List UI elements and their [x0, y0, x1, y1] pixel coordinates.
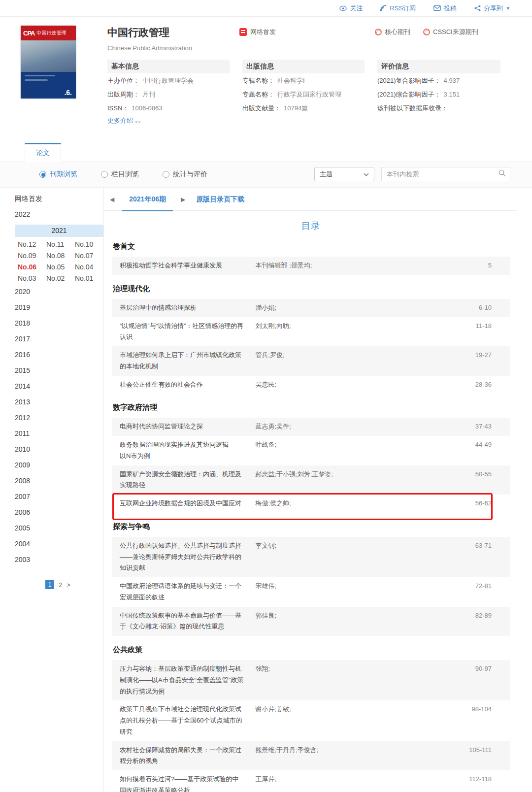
- article-authors[interactable]: 张翔;: [256, 663, 368, 675]
- prev-issue-icon[interactable]: ◀: [110, 196, 114, 209]
- article-authors[interactable]: 潘小娟;: [256, 302, 368, 314]
- article-row-highlighted[interactable]: 互联网企业跨境数据合规的困境及中国应对梅傲;侯之帅;56-62: [112, 495, 510, 513]
- article-title[interactable]: 电商时代的协同监管理论之探: [120, 421, 256, 432]
- sidebar-year-2014[interactable]: 2014: [15, 378, 103, 394]
- sidebar-year-2005[interactable]: 2005: [15, 520, 103, 536]
- article-row[interactable]: 积极推动哲学社会科学事业健康发展本刊编辑部 ;邵景均;5: [112, 257, 510, 275]
- article-authors[interactable]: 郭佳良;: [256, 610, 368, 622]
- sidebar-issue-no01[interactable]: No.01: [75, 273, 103, 284]
- article-title[interactable]: 国家矿产资源安全循数治理：内涵、机理及实现路径: [120, 469, 256, 492]
- share-link[interactable]: 分享到 ▼: [474, 4, 510, 13]
- article-authors[interactable]: 刘太刚;向昉;: [256, 321, 368, 332]
- article-authors[interactable]: 熊景维;于丹丹;季俊含;: [256, 745, 368, 756]
- article-title[interactable]: 压力与容纳：基层政策变通的制度韧性与机制演化——以A市食品安全“全覆盖监管”政策…: [120, 663, 256, 697]
- sidebar-issue-no08[interactable]: No.08: [46, 250, 75, 261]
- sidebar-web-first[interactable]: 网络首发: [15, 191, 103, 206]
- article-row[interactable]: 市域治理如何承上启下：广州市城镇化政策的本地化机制管兵;罗俊;19-27: [112, 346, 510, 376]
- search-input[interactable]: [387, 170, 499, 178]
- sidebar-issue-no12[interactable]: No.12: [18, 239, 46, 250]
- article-row[interactable]: 农村社会保障减贫的局部失灵：一个政策过程分析的视角熊景维;于丹丹;季俊含;105…: [112, 741, 510, 771]
- article-title[interactable]: 互联网企业跨境数据合规的困境及中国应对: [120, 498, 256, 509]
- sidebar-issue-no09[interactable]: No.09: [18, 250, 46, 261]
- article-authors[interactable]: 吴忠民;: [256, 379, 368, 391]
- article-authors[interactable]: 谢小芹;姜敏;: [256, 704, 368, 715]
- follow-link[interactable]: 关注: [339, 4, 363, 13]
- rss-link[interactable]: RSS订阅: [380, 4, 416, 13]
- article-row[interactable]: 政策工具视角下市域社会治理现代化政策试点的扎根分析——基于全国60个试点城市的研…: [112, 700, 510, 741]
- page-1-button[interactable]: 1: [45, 580, 54, 589]
- article-row[interactable]: 压力与容纳：基层政策变通的制度韧性与机制演化——以A市食品安全“全覆盖监管”政策…: [112, 660, 510, 700]
- sidebar-year-2022[interactable]: 2022: [15, 206, 103, 222]
- article-title[interactable]: 市域治理如何承上启下：广州市城镇化政策的本地化机制: [120, 350, 256, 372]
- radio-stats-eval[interactable]: 统计与评价: [163, 170, 207, 179]
- web-first-badge[interactable]: 网络首发: [239, 28, 375, 36]
- sidebar-issue-no11[interactable]: No.11: [46, 239, 75, 250]
- sidebar-year-active[interactable]: 2021: [15, 225, 103, 237]
- article-row[interactable]: “以规治情”与“以情治情”：社区情感治理的再认识刘太刚;向昉;11-18: [112, 317, 510, 347]
- sidebar-year-2017[interactable]: 2017: [15, 331, 103, 347]
- article-title[interactable]: 农村社会保障减贫的局部失灵：一个政策过程分析的视角: [120, 745, 256, 767]
- article-authors[interactable]: 王厚芹;: [256, 774, 368, 785]
- article-authors[interactable]: 管兵;罗俊;: [256, 350, 368, 361]
- article-title[interactable]: 如何摸着石头过河?——基于政策试验的中国政府渐进改革策略分析: [120, 774, 256, 792]
- search-field-select[interactable]: 主题: [314, 167, 374, 181]
- tab-papers[interactable]: 论文: [25, 143, 61, 162]
- sidebar-year-2016[interactable]: 2016: [15, 347, 103, 363]
- search-icon[interactable]: [499, 169, 506, 179]
- article-title[interactable]: 基层治理中的情感治理探析: [120, 302, 256, 314]
- sidebar-year-2004[interactable]: 2004: [15, 536, 103, 552]
- article-title[interactable]: 积极推动哲学社会科学事业健康发展: [120, 260, 256, 271]
- radio-issue-browse[interactable]: 刊期浏览: [39, 170, 77, 179]
- sidebar-year-2015[interactable]: 2015: [15, 363, 103, 378]
- article-title[interactable]: 中国政府治理话语体系的延续与变迁：一个宏观层面的叙述: [120, 581, 256, 603]
- sidebar-issue-no04[interactable]: No.04: [75, 262, 103, 272]
- article-authors[interactable]: 李文钊;: [256, 540, 368, 552]
- article-authors[interactable]: 叶战备;: [256, 439, 368, 451]
- submit-link[interactable]: 投稿: [433, 4, 457, 13]
- article-row[interactable]: 社会公正催生有效的社会合作吴忠民;28-36: [112, 376, 510, 394]
- sidebar-year-2010[interactable]: 2010: [15, 441, 103, 457]
- article-row[interactable]: 如何摸着石头过河?——基于政策试验的中国政府渐进改革策略分析王厚芹;112-11…: [112, 770, 510, 792]
- download-original-toc-link[interactable]: 原版目录页下载: [196, 195, 244, 210]
- sidebar-year-2012[interactable]: 2012: [15, 410, 103, 426]
- article-row[interactable]: 电商时代的协同监管理论之探蓝志勇;吴件;37-43: [112, 418, 510, 436]
- sidebar-year-2006[interactable]: 2006: [15, 504, 103, 520]
- sidebar-issue-no06[interactable]: No.06: [18, 262, 46, 272]
- article-authors[interactable]: 宋雄伟;: [256, 581, 368, 592]
- article-authors[interactable]: 本刊编辑部 ;邵景均;: [256, 260, 368, 271]
- article-title[interactable]: 社会公正催生有效的社会合作: [120, 379, 256, 391]
- article-row[interactable]: 公共行政的认知选择、公共选择与制度选择——兼论奥斯特罗姆夫妇对公共行政学科的知识…: [112, 537, 510, 577]
- sidebar-year-2011[interactable]: 2011: [15, 426, 103, 441]
- sidebar-year-2009[interactable]: 2009: [15, 457, 103, 473]
- sidebar-issue-no03[interactable]: No.03: [18, 273, 46, 284]
- article-row[interactable]: 中国传统政策叙事的基本命题与价值——基于《文心雕龙·诏策》篇的现代性重思郭佳良;…: [112, 607, 510, 636]
- article-row[interactable]: 基层治理中的情感治理探析潘小娟;6-10: [112, 299, 510, 317]
- article-authors[interactable]: 蓝志勇;吴件;: [256, 421, 368, 432]
- current-issue-label[interactable]: 2021年06期: [122, 195, 173, 211]
- article-title[interactable]: 中国传统政策叙事的基本命题与价值——基于《文心雕龙·诏策》篇的现代性重思: [120, 610, 256, 633]
- page-2-button[interactable]: 2: [59, 581, 62, 589]
- sidebar-issue-no07[interactable]: No.07: [75, 250, 103, 261]
- article-title[interactable]: 政策工具视角下市域社会治理现代化政策试点的扎根分析——基于全国60个试点城市的研…: [120, 704, 256, 737]
- sidebar-year-2007[interactable]: 2007: [15, 489, 103, 504]
- sidebar-year-2018[interactable]: 2018: [15, 315, 103, 331]
- sidebar-year-2003[interactable]: 2003: [15, 552, 103, 567]
- next-page-button[interactable]: >: [66, 581, 70, 589]
- article-title[interactable]: “以规治情”与“以情治情”：社区情感治理的再认识: [120, 321, 256, 343]
- more-intro-link[interactable]: 更多介绍⌄⌄: [107, 116, 140, 125]
- sidebar-year-2019[interactable]: 2019: [15, 299, 103, 315]
- article-row[interactable]: 政务数据治理的现实推进及其协同逻辑——以N市为例叶战备;44-49: [112, 436, 510, 465]
- article-row[interactable]: 中国政府治理话语体系的延续与变迁：一个宏观层面的叙述宋雄伟;72-81: [112, 577, 510, 607]
- sidebar-year-2020[interactable]: 2020: [15, 284, 103, 299]
- article-row[interactable]: 国家矿产资源安全循数治理：内涵、机理及实现路径彭忠益;于小强;刘芳;王梦姿;50…: [112, 465, 510, 495]
- sidebar-issue-no02[interactable]: No.02: [46, 273, 75, 284]
- radio-column-browse[interactable]: 栏目浏览: [101, 170, 139, 179]
- sidebar-year-2008[interactable]: 2008: [15, 473, 103, 489]
- article-title[interactable]: 政务数据治理的现实推进及其协同逻辑——以N市为例: [120, 439, 256, 462]
- article-title[interactable]: 公共行政的认知选择、公共选择与制度选择——兼论奥斯特罗姆夫妇对公共行政学科的知识…: [120, 540, 256, 574]
- sidebar-year-2013[interactable]: 2013: [15, 394, 103, 410]
- next-issue-icon[interactable]: ▶: [181, 196, 185, 209]
- article-authors[interactable]: 梅傲;侯之帅;: [256, 498, 368, 509]
- sidebar-issue-no05[interactable]: No.05: [46, 262, 75, 272]
- article-authors[interactable]: 彭忠益;于小强;刘芳;王梦姿;: [256, 469, 368, 480]
